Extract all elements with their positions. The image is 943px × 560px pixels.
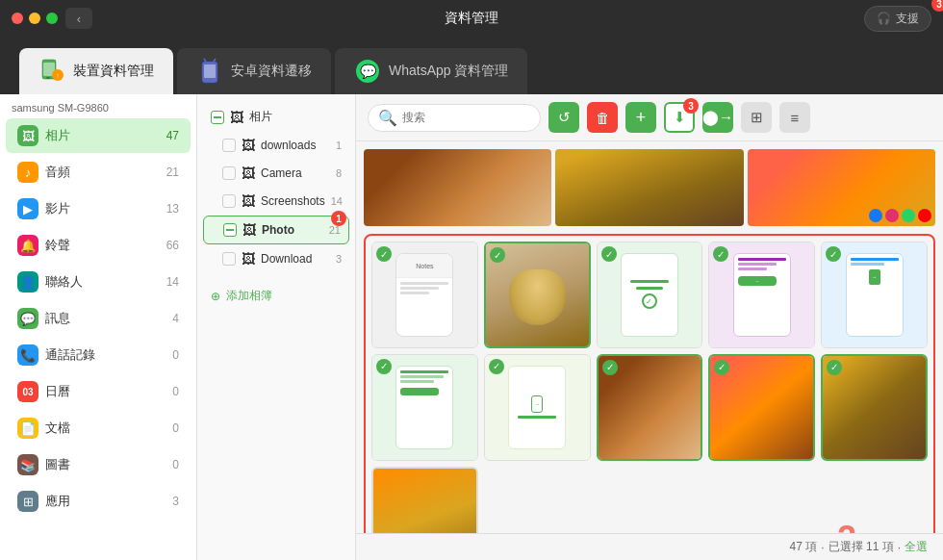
photo-check-7: ✓ [489, 359, 504, 374]
sidebar-label-app: 應用 [45, 493, 172, 510]
traffic-lights [12, 13, 58, 24]
toolbar: 🔍 ↺ 🗑 + ⬇ 3 ⬤→ ⊞ ≡ [356, 94, 943, 141]
photo-thumb-2[interactable]: ✓ [484, 242, 591, 348]
photo-thumb-5[interactable]: ✓ → [821, 242, 928, 348]
folder-checkbox-screenshots[interactable] [222, 194, 236, 208]
folder-checkbox-root[interactable] [211, 111, 224, 124]
maximize-btn[interactable] [46, 13, 58, 24]
main-content: samsung SM-G9860 🖼 相片 47 ♪ 音頻 21 ▶ 影片 13… [0, 94, 943, 560]
photo-thumb-9[interactable]: ✓ [708, 354, 815, 461]
add-album-label: 添加相簿 [226, 288, 272, 304]
photo-grid: ✓ Notes [371, 242, 928, 533]
sidebar-item-contact[interactable]: 👤 聯絡人 14 [6, 265, 191, 299]
back-button[interactable]: ‹ [65, 8, 92, 29]
device-name: samsung SM-G9860 [0, 94, 196, 117]
sidebar-count-calendar: 0 [172, 385, 179, 398]
folder-downloads[interactable]: 🖼 downloads 1 [203, 132, 349, 159]
tab-whatsapp-label: WhatsApp 資料管理 [389, 63, 508, 80]
minimize-btn[interactable] [29, 13, 40, 24]
folder-checkbox-downloads[interactable] [222, 139, 236, 152]
sidebar-label-video: 影片 [45, 200, 166, 217]
photo-thumb-8[interactable]: ✓ [597, 354, 703, 461]
photo-check-6: ✓ [376, 359, 392, 374]
folder-count-camera: 8 [336, 167, 342, 179]
folder-photo[interactable]: 🖼 Photo 21 1 [203, 216, 349, 244]
badge-2-area: 2 [837, 519, 856, 533]
sidebar-item-app[interactable]: ⊞ 應用 3 [6, 484, 191, 519]
add-button[interactable]: + [625, 102, 656, 133]
svg-rect-2 [46, 77, 50, 79]
video-icon: ▶ [17, 198, 38, 219]
status-selected: 已選擇 11 項 [828, 539, 894, 555]
svg-text:↑: ↑ [56, 72, 60, 79]
sidebar-item-photo[interactable]: 🖼 相片 47 [6, 118, 191, 153]
sidebar-item-document[interactable]: 📄 文檔 0 [6, 411, 191, 445]
svg-rect-6 [204, 64, 216, 78]
delete-button[interactable]: 🗑 [587, 102, 618, 133]
sidebar-count-audio: 21 [166, 165, 179, 179]
support-button[interactable]: 🎧 支援 [864, 6, 931, 32]
add-album-button[interactable]: ⊕ 添加相簿 [201, 280, 351, 312]
search-box[interactable]: 🔍 [368, 104, 541, 132]
folder-checkbox-camera[interactable] [222, 166, 236, 180]
sidebar-label-message: 訊息 [45, 310, 172, 327]
photo-thumb-4[interactable]: ✓ → [708, 242, 815, 348]
titlebar: ‹ 資料管理 🎧 支援 [0, 0, 943, 37]
top-photo-1[interactable] [364, 149, 551, 226]
top-photo-3[interactable] [748, 149, 935, 226]
sidebar-count-book: 0 [172, 458, 179, 471]
badge-1: 1 [331, 211, 346, 226]
sidebar-item-ringtone[interactable]: 🔔 鈴聲 66 [6, 228, 191, 263]
export-button[interactable]: ⬤→ [702, 102, 733, 133]
folder-root[interactable]: 🖼 相片 [203, 103, 349, 131]
sidebar-item-calendar[interactable]: 03 日曆 0 [6, 374, 191, 409]
photo-grid-container: ✓ Notes [356, 141, 943, 533]
photo-thumb-6[interactable]: ✓ [371, 354, 478, 461]
sidebar-label-ringtone: 鈴聲 [45, 237, 166, 254]
photo-thumb-3[interactable]: ✓ ✓ [597, 242, 703, 348]
tab-android[interactable]: 安卓資料遷移 [177, 48, 331, 94]
sidebar-item-message[interactable]: 💬 訊息 4 [6, 301, 191, 336]
refresh-button[interactable]: ↺ [548, 102, 579, 133]
download-icon: ⬇ [674, 109, 686, 126]
search-input[interactable] [402, 111, 530, 124]
folder-download[interactable]: 🖼 Download 3 [203, 245, 349, 272]
sidebar-count-video: 13 [166, 202, 179, 216]
folder-camera[interactable]: 🖼 Camera 8 [203, 160, 349, 187]
sidebar-item-audio[interactable]: ♪ 音頻 21 [6, 155, 191, 190]
folder-name-download: Download [261, 252, 330, 266]
sidebar-label-contact: 聯絡人 [45, 273, 166, 291]
plus-icon: ⊕ [211, 290, 220, 303]
top-strip [364, 149, 935, 226]
top-nav: ↑ 裝置資料管理 安卓資料遷移 💬 WhatsApp 資料管理 3 [0, 37, 943, 94]
status-bar: 47 項 · 已選擇 11 項 · 全選 [356, 533, 943, 560]
folder-checkbox-download[interactable] [222, 252, 236, 266]
photo-check-10: ✓ [827, 360, 842, 375]
download-button[interactable]: ⬇ 3 [664, 102, 695, 133]
photo-check-1: ✓ [376, 246, 392, 262]
folder-name-photo: Photo [262, 223, 323, 237]
sidebar-item-book[interactable]: 📚 圖書 0 [6, 447, 191, 482]
menu-button[interactable]: ≡ [779, 102, 810, 133]
folder-screenshots[interactable]: 🖼 Screenshots 14 [203, 188, 349, 215]
sidebar-item-video[interactable]: ▶ 影片 13 [6, 191, 191, 226]
folder-name-camera: Camera [261, 166, 330, 180]
close-btn[interactable] [12, 13, 23, 24]
tab-device[interactable]: ↑ 裝置資料管理 [19, 48, 173, 94]
folder-checkbox-photo[interactable] [223, 223, 237, 237]
grid-view-button[interactable]: ⊞ [741, 102, 772, 133]
photo-thumb-1[interactable]: ✓ Notes [371, 242, 478, 348]
top-photo-2[interactable] [555, 149, 743, 226]
sidebar: samsung SM-G9860 🖼 相片 47 ♪ 音頻 21 ▶ 影片 13… [0, 94, 197, 560]
photo-thumb-11[interactable] [371, 467, 478, 533]
select-all-link[interactable]: 全選 [905, 539, 928, 555]
tab-device-label: 裝置資料管理 [73, 63, 154, 80]
support-label: 支援 [896, 11, 919, 27]
photo-thumb-7[interactable]: ✓ → [484, 354, 591, 461]
sidebar-item-call[interactable]: 📞 通話記錄 0 [6, 338, 191, 372]
tab-whatsapp[interactable]: 💬 WhatsApp 資料管理 3 [335, 48, 527, 94]
sidebar-count-app: 3 [172, 495, 179, 508]
call-icon: 📞 [17, 344, 38, 366]
photo-thumb-10[interactable]: ✓ [821, 354, 928, 461]
whatsapp-icon: 💬 [354, 58, 381, 85]
